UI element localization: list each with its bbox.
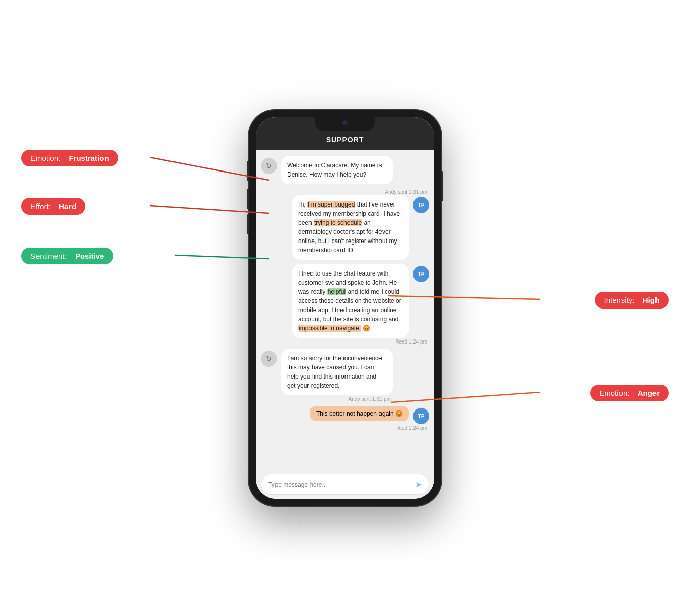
user-initials: TP (418, 202, 425, 208)
read-label-5: Read 1:24 pm (395, 425, 429, 431)
bubble-2: Hi, I'm super bugged that I've never rec… (292, 195, 409, 260)
msg1-text: Welcome to Claracare. My name is Denise.… (287, 162, 382, 178)
phone-shell: SUPPORT ↻ Welcome to Claracare. My name … (249, 110, 441, 506)
user-initials-3: TP (418, 271, 425, 277)
message-group-5: This better not happen again 😡 TP Read 1… (261, 406, 429, 431)
sentiment-value: Positive (75, 252, 105, 260)
user-initials-5: TP (418, 414, 425, 419)
message-row-1: ↻ Welcome to Claracare. My name is Denis… (261, 156, 429, 184)
highlight-impossible: impossible to navigate. (298, 325, 361, 332)
frustration-label: Emotion: (30, 154, 60, 162)
message-row-2: Hi, I'm super bugged that I've never rec… (292, 195, 429, 260)
annotation-anger: Emotion: Anger (590, 385, 669, 401)
bubble-5: This better not happen again 😡 (310, 406, 409, 421)
msg4-text: I am so sorry for the inconvenience this… (287, 355, 382, 389)
annotation-sentiment: Sentiment: Positive (21, 248, 113, 264)
bubble-4: I am so sorry for the inconvenience this… (281, 349, 393, 395)
timestamp-2: Andy sent 1:31 pm (385, 189, 427, 195)
msg3-text: I tried to use the chat feature with cus… (298, 270, 401, 332)
timestamp-4: Andy sent 1:31 pm (281, 396, 391, 402)
bot-avatar-4: ↻ (261, 351, 277, 367)
message-row-5: This better not happen again 😡 TP (310, 406, 429, 424)
anger-value: Anger (638, 389, 660, 397)
scene: SUPPORT ↻ Welcome to Claracare. My name … (0, 0, 690, 616)
msg5-text: This better not happen again 😡 (316, 410, 403, 417)
message-row-4: ↻ I am so sorry for the inconvenience th… (261, 349, 429, 402)
highlight-helpful: helpful (327, 288, 346, 295)
message-group-3: I tried to use the chat feature with cus… (261, 264, 429, 345)
user-avatar-5: TP (413, 408, 429, 424)
bot-avatar-1: ↻ (261, 158, 277, 174)
annotation-frustration: Emotion: Frustration (21, 150, 118, 166)
phone-camera (342, 120, 348, 125)
intensity-value: High (643, 296, 660, 304)
chat-title: SUPPORT (326, 135, 364, 144)
user-avatar-2: TP (413, 197, 429, 213)
phone-screen: SUPPORT ↻ Welcome to Claracare. My name … (256, 117, 434, 499)
highlight-schedule: trying to schedule (314, 219, 362, 226)
read-label-3: Read 1:24 pm (395, 339, 429, 345)
chat-input-area: ➤ (256, 470, 434, 499)
user-avatar-3: TP (413, 266, 429, 282)
annotation-effort: Effort: Hard (21, 198, 85, 215)
frustration-value: Frustration (68, 154, 109, 162)
bubble-3: I tried to use the chat feature with cus… (292, 264, 409, 338)
annotation-intensity: Intensity: High (595, 292, 669, 309)
bubble-1: Welcome to Claracare. My name is Denise.… (281, 156, 393, 184)
highlight-bugged: I'm super bugged (307, 201, 355, 208)
anger-label: Emotion: (599, 389, 629, 397)
chat-body[interactable]: ↻ Welcome to Claracare. My name is Denis… (256, 150, 434, 470)
sentiment-label: Sentiment: (30, 252, 67, 260)
msg2-text: Hi, I'm super bugged that I've never rec… (298, 201, 400, 254)
message-group-2: Andy sent 1:31 pm Hi, I'm super bugged t… (261, 188, 429, 260)
message-row-3: I tried to use the chat feature with cus… (292, 264, 429, 338)
message-input[interactable] (268, 481, 415, 488)
send-icon[interactable]: ➤ (415, 480, 422, 489)
chat-input-box[interactable]: ➤ (261, 474, 429, 495)
intensity-label: Intensity: (604, 296, 634, 304)
effort-label: Effort: (30, 202, 51, 211)
effort-value: Hard (59, 202, 76, 211)
